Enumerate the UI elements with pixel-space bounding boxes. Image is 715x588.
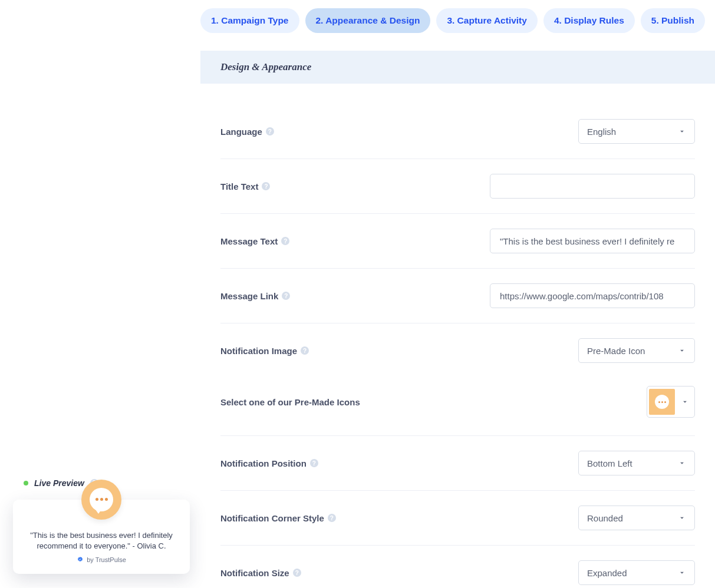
help-icon[interactable]: ? <box>266 127 274 136</box>
message-text-input[interactable]: "This is the best business ever! I defin… <box>490 229 695 253</box>
verified-badge-icon <box>77 556 84 563</box>
tab-display-rules[interactable]: 4. Display Rules <box>543 8 635 33</box>
preview-message: "This is the best business ever! I defin… <box>26 530 177 551</box>
help-icon[interactable]: ? <box>301 346 309 355</box>
notification-position-select[interactable]: Bottom Left <box>578 451 695 475</box>
step-tabs: 1. Campaign Type 2. Appearance & Design … <box>200 8 715 33</box>
message-link-label: Message Link <box>220 291 278 301</box>
notification-size-label: Notification Size <box>220 568 289 578</box>
title-text-input[interactable] <box>490 174 695 199</box>
live-preview-panel: Live Preview ? "This is the best busines… <box>13 478 190 574</box>
icon-picker[interactable] <box>647 386 695 418</box>
chevron-down-icon <box>678 127 686 136</box>
help-icon[interactable]: ? <box>281 237 289 245</box>
notification-size-select[interactable]: Expanded <box>578 560 695 585</box>
message-link-input[interactable]: https://www.google.com/maps/contrib/108 <box>490 283 695 308</box>
tab-publish[interactable]: 5. Publish <box>641 8 705 33</box>
live-preview-title: Live Preview <box>34 478 84 488</box>
message-text-label: Message Text <box>220 236 278 246</box>
tab-appearance-design[interactable]: 2. Appearance & Design <box>305 8 431 33</box>
chat-bubble-icon <box>649 389 675 415</box>
help-icon[interactable]: ? <box>293 569 301 577</box>
notification-image-select[interactable]: Pre-Made Icon <box>578 338 695 363</box>
title-text-label: Title Text <box>220 181 258 191</box>
corner-style-select[interactable]: Rounded <box>578 506 695 530</box>
language-label: Language <box>220 127 262 137</box>
chevron-down-icon <box>681 398 689 406</box>
preview-brand: by TrustPulse <box>26 556 177 563</box>
premade-icons-label: Select one of our Pre-Made Icons <box>220 397 360 407</box>
chevron-down-icon <box>678 346 686 355</box>
corner-style-label: Notification Corner Style <box>220 513 324 523</box>
help-icon[interactable]: ? <box>310 459 318 467</box>
help-icon[interactable]: ? <box>262 182 270 190</box>
language-select[interactable]: English <box>578 119 695 144</box>
help-icon[interactable]: ? <box>282 292 290 300</box>
notification-image-label: Notification Image <box>220 346 297 356</box>
chat-bubble-icon <box>81 480 121 520</box>
chevron-down-icon <box>678 514 686 522</box>
chevron-down-icon <box>678 569 686 577</box>
tab-capture-activity[interactable]: 3. Capture Activity <box>436 8 538 33</box>
tab-campaign-type[interactable]: 1. Campaign Type <box>200 8 299 33</box>
status-dot-icon <box>24 481 28 485</box>
chevron-down-icon <box>678 459 686 467</box>
help-icon[interactable]: ? <box>328 514 336 522</box>
notification-position-label: Notification Position <box>220 458 307 468</box>
preview-card: "This is the best business ever! I defin… <box>13 500 190 574</box>
section-header: Design & Appearance <box>200 51 715 84</box>
